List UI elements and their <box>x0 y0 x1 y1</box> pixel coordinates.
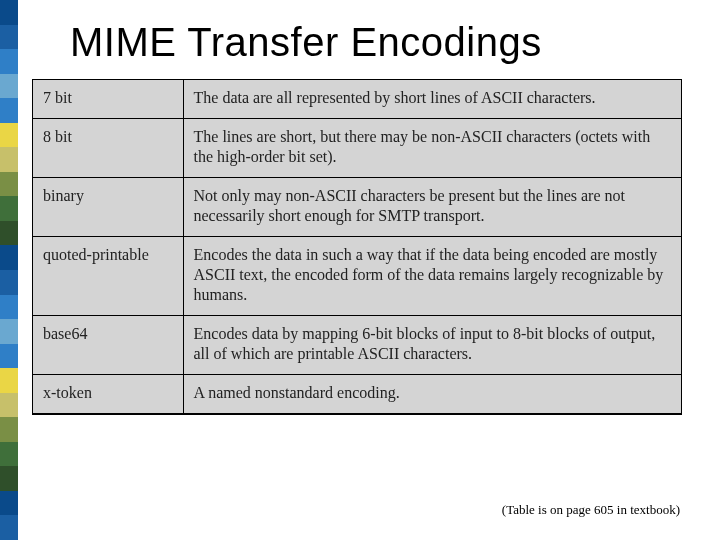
slide-content: MIME Transfer Encodings 7 bitThe data ar… <box>18 0 720 540</box>
stripe-segment <box>0 515 18 540</box>
encoding-description: The data are all represented by short li… <box>183 80 681 119</box>
stripe-segment <box>0 123 18 148</box>
encoding-name: binary <box>33 178 183 237</box>
table-row: x-tokenA named nonstandard encoding. <box>33 375 681 414</box>
stripe-segment <box>0 147 18 172</box>
stripe-segment <box>0 221 18 246</box>
encoding-name: x-token <box>33 375 183 414</box>
stripe-segment <box>0 196 18 221</box>
stripe-segment <box>0 466 18 491</box>
stripe-segment <box>0 74 18 99</box>
table-row: 8 bitThe lines are short, but there may … <box>33 119 681 178</box>
page-title: MIME Transfer Encodings <box>70 20 680 65</box>
stripe-segment <box>0 295 18 320</box>
encoding-name: base64 <box>33 316 183 375</box>
encoding-description: A named nonstandard encoding. <box>183 375 681 414</box>
encoding-name: 8 bit <box>33 119 183 178</box>
stripe-segment <box>0 98 18 123</box>
table-row: 7 bitThe data are all represented by sho… <box>33 80 681 119</box>
encoding-description: Encodes the data in such a way that if t… <box>183 237 681 316</box>
encoding-name: 7 bit <box>33 80 183 119</box>
encodings-tbody: 7 bitThe data are all represented by sho… <box>33 80 681 413</box>
encodings-table-wrap: 7 bitThe data are all represented by sho… <box>32 79 682 415</box>
stripe-segment <box>0 442 18 467</box>
stripe-segment <box>0 393 18 418</box>
stripe-segment <box>0 319 18 344</box>
encoding-name: quoted-printable <box>33 237 183 316</box>
decorative-left-stripe <box>0 0 18 540</box>
encodings-table: 7 bitThe data are all represented by sho… <box>33 80 681 413</box>
stripe-segment <box>0 245 18 270</box>
encoding-description: Not only may non-ASCII characters be pre… <box>183 178 681 237</box>
stripe-segment <box>0 417 18 442</box>
table-row: binaryNot only may non-ASCII characters … <box>33 178 681 237</box>
stripe-segment <box>0 491 18 516</box>
table-row: base64Encodes data by mapping 6-bit bloc… <box>33 316 681 375</box>
stripe-segment <box>0 368 18 393</box>
stripe-segment <box>0 0 18 25</box>
encoding-description: The lines are short, but there may be no… <box>183 119 681 178</box>
footnote: (Table is on page 605 in textbook) <box>502 502 680 518</box>
stripe-segment <box>0 270 18 295</box>
stripe-segment <box>0 172 18 197</box>
encoding-description: Encodes data by mapping 6-bit blocks of … <box>183 316 681 375</box>
stripe-segment <box>0 25 18 50</box>
stripe-segment <box>0 344 18 369</box>
table-row: quoted-printableEncodes the data in such… <box>33 237 681 316</box>
stripe-segment <box>0 49 18 74</box>
